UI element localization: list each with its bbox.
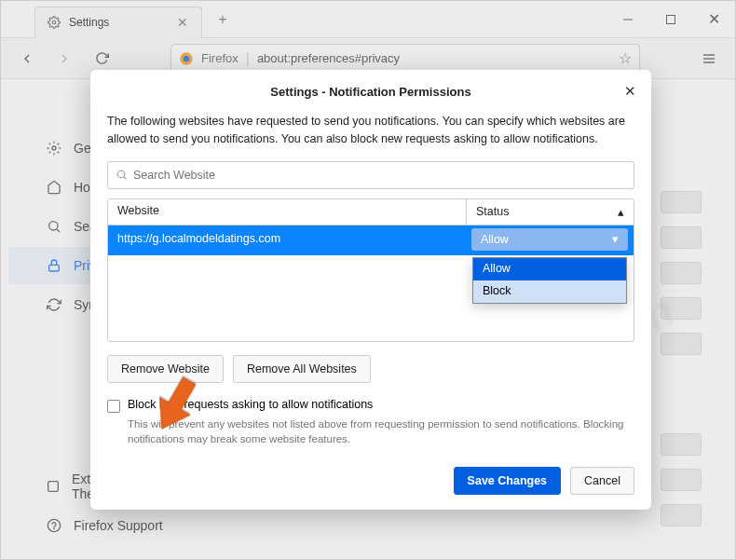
button-label: Cancel [584, 474, 620, 487]
button-label: Save Changes [468, 474, 547, 487]
block-requests-help: This will prevent any websites not liste… [128, 417, 634, 446]
modal-description: The following websites have requested to… [107, 113, 634, 148]
websites-table: Website Status ▴ https://g.localmodeldat… [107, 198, 634, 342]
status-value: Allow [481, 233, 509, 246]
table-header: Website Status ▴ [108, 199, 634, 225]
svg-line-16 [124, 177, 126, 179]
close-icon[interactable]: ✕ [618, 79, 642, 103]
column-status[interactable]: Status ▴ [466, 199, 634, 225]
cancel-button[interactable]: Cancel [570, 467, 634, 495]
button-label: Remove Website [121, 362, 210, 376]
status-dropdown-menu: Allow Block [472, 257, 627, 304]
table-row[interactable]: https://g.localmodeldatings.com Allow ▾ [108, 225, 634, 255]
modal-title: Settings - Notification Permissions [270, 85, 470, 99]
modal-header: Settings - Notification Permissions ✕ [90, 70, 651, 113]
button-label: Remove All Websites [247, 362, 357, 376]
column-website[interactable]: Website [108, 199, 466, 225]
search-icon [116, 169, 128, 181]
search-field[interactable] [133, 169, 626, 182]
svg-point-15 [117, 171, 125, 178]
column-status-label: Status [476, 205, 509, 218]
sort-icon: ▴ [618, 205, 624, 219]
status-dropdown[interactable]: Allow ▾ [471, 228, 628, 251]
dropdown-option-allow[interactable]: Allow [473, 258, 626, 280]
notification-permissions-dialog: Settings - Notification Permissions ✕ Th… [90, 70, 651, 510]
remove-all-websites-button[interactable]: Remove All Websites [233, 355, 371, 383]
chevron-down-icon: ▾ [612, 232, 619, 246]
search-website-input[interactable] [107, 161, 634, 189]
block-requests-label: Block new requests asking to allow notif… [128, 398, 373, 411]
dropdown-option-block[interactable]: Block [473, 280, 626, 303]
block-requests-checkbox[interactable] [107, 400, 120, 413]
remove-website-button[interactable]: Remove Website [107, 355, 224, 383]
save-changes-button[interactable]: Save Changes [454, 467, 561, 495]
website-url: https://g.localmodeldatings.com [108, 225, 466, 255]
